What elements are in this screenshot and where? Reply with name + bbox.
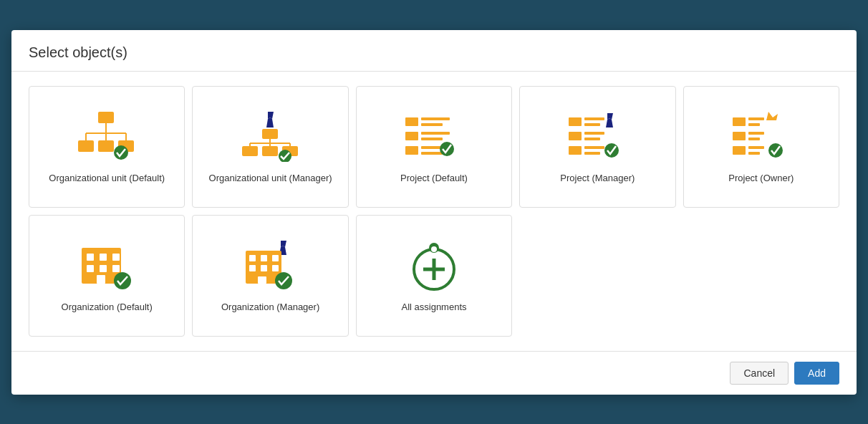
svg-marker-33 (606, 118, 613, 127)
svg-rect-37 (569, 132, 582, 140)
svg-rect-53 (748, 152, 760, 155)
svg-marker-64 (281, 241, 286, 247)
svg-rect-23 (421, 117, 450, 120)
svg-rect-60 (100, 265, 107, 272)
svg-rect-34 (569, 117, 582, 126)
empty-card-1 (519, 215, 675, 337)
project-default-icon (405, 108, 463, 165)
item-card-organization-default[interactable]: Organization (Default) (29, 215, 185, 337)
svg-rect-1 (78, 140, 94, 152)
svg-rect-50 (748, 138, 760, 140)
item-card-organization-manager[interactable]: Organization (Manager) (192, 215, 348, 337)
all-assignments-icon (405, 237, 463, 294)
item-label-organization-default: Organization (Default) (62, 302, 153, 314)
svg-rect-68 (261, 255, 267, 261)
org-unit-default-icon (78, 108, 135, 165)
svg-point-9 (114, 145, 128, 160)
modal-overlay: Select object(s) (0, 0, 868, 424)
modal-body: Organizational unit (Default) (11, 72, 857, 351)
svg-point-79 (431, 246, 437, 252)
svg-rect-39 (584, 138, 600, 140)
svg-rect-30 (421, 152, 443, 155)
item-card-all-assignments[interactable]: All assignments (356, 215, 512, 337)
svg-rect-28 (405, 146, 418, 155)
svg-rect-71 (261, 265, 267, 271)
svg-point-31 (440, 142, 454, 156)
svg-marker-32 (607, 113, 613, 120)
modal-title: Select object(s) (29, 44, 839, 61)
item-card-project-owner[interactable]: Project (Owner) (683, 86, 839, 208)
svg-rect-38 (584, 132, 604, 135)
svg-rect-0 (98, 112, 114, 123)
svg-rect-61 (112, 265, 120, 272)
svg-rect-45 (733, 117, 746, 126)
svg-rect-40 (569, 146, 582, 155)
svg-rect-67 (249, 255, 256, 261)
svg-rect-26 (421, 132, 450, 135)
svg-rect-59 (87, 265, 94, 272)
svg-rect-52 (748, 146, 764, 149)
item-label-all-assignments: All assignments (401, 302, 466, 314)
svg-rect-72 (272, 265, 279, 271)
svg-rect-25 (405, 132, 418, 140)
svg-marker-44 (766, 112, 778, 120)
select-objects-modal: Select object(s) (11, 30, 857, 395)
item-label-project-default: Project (Default) (400, 173, 468, 185)
svg-marker-11 (266, 117, 274, 127)
item-label-organization-manager: Organization (Manager) (221, 302, 319, 314)
svg-rect-62 (97, 275, 105, 284)
empty-card-2 (683, 215, 839, 337)
add-button[interactable]: Add (794, 362, 839, 385)
organization-default-icon (78, 237, 135, 294)
svg-rect-47 (748, 123, 760, 126)
item-card-project-manager[interactable]: Project (Manager) (519, 86, 675, 208)
cancel-button[interactable]: Cancel (730, 362, 789, 385)
svg-rect-58 (112, 254, 120, 261)
items-grid-row2: Organization (Default) (29, 215, 839, 337)
svg-rect-42 (584, 152, 600, 155)
project-owner-icon (733, 108, 790, 165)
svg-rect-12 (262, 129, 278, 139)
svg-rect-22 (405, 117, 418, 126)
svg-rect-14 (262, 146, 278, 156)
svg-rect-24 (421, 123, 443, 126)
organization-manager-icon (242, 237, 299, 294)
svg-rect-73 (258, 276, 266, 284)
item-label-project-manager: Project (Manager) (560, 173, 635, 185)
item-card-org-unit-manager[interactable]: Organizational unit (Manager) (192, 86, 348, 208)
svg-point-54 (768, 143, 783, 158)
svg-rect-13 (242, 146, 258, 156)
svg-rect-41 (584, 146, 604, 149)
svg-rect-49 (748, 132, 764, 135)
org-unit-manager-icon (242, 108, 299, 165)
item-label-project-owner: Project (Owner) (728, 173, 794, 185)
item-label-org-unit-default: Organizational unit (Default) (49, 173, 165, 185)
modal-header: Select object(s) (11, 30, 857, 72)
svg-rect-48 (733, 132, 746, 140)
svg-marker-10 (268, 112, 274, 119)
svg-rect-2 (98, 140, 114, 152)
svg-rect-56 (87, 254, 94, 261)
svg-rect-57 (100, 254, 107, 261)
svg-rect-35 (584, 117, 604, 120)
modal-footer: Cancel Add (11, 351, 857, 395)
items-grid-row1: Organizational unit (Default) (29, 86, 839, 208)
svg-rect-70 (249, 265, 256, 271)
project-manager-icon (569, 108, 626, 165)
item-card-project-default[interactable]: Project (Default) (356, 86, 512, 208)
svg-rect-36 (584, 123, 600, 126)
item-card-org-unit-default[interactable]: Organizational unit (Default) (29, 86, 185, 208)
svg-rect-69 (272, 255, 279, 261)
svg-rect-51 (733, 146, 746, 155)
svg-point-43 (604, 143, 619, 158)
svg-rect-27 (421, 138, 443, 140)
item-label-org-unit-manager: Organizational unit (Manager) (209, 173, 332, 185)
svg-rect-46 (748, 117, 764, 120)
